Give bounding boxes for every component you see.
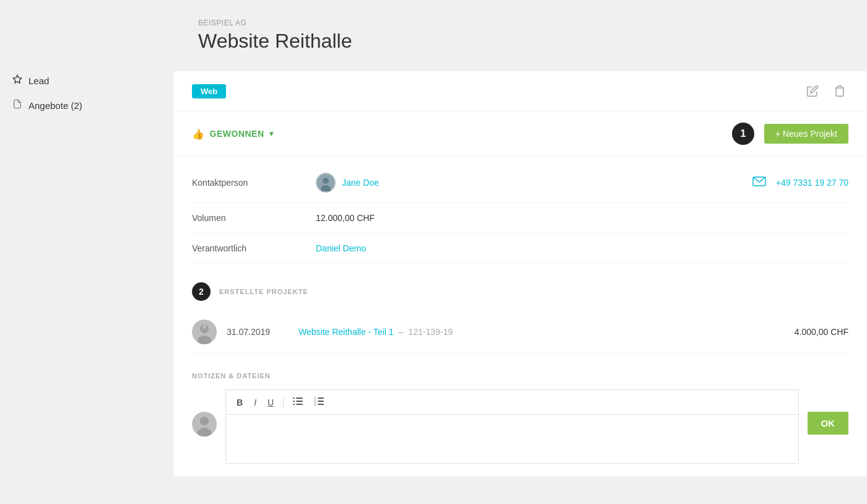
email-icon[interactable] <box>752 176 766 189</box>
phone-link[interactable]: +49 7331 19 27 70 <box>776 178 848 188</box>
status-bar: 👍 GEWONNEN ▾ 1 + Neues Projekt <box>173 111 867 157</box>
projects-section-label: ERSTELLTE PROJEKTE <box>219 288 308 295</box>
underline-button[interactable]: U <box>263 396 278 409</box>
page-title: Website Reithalle <box>198 30 842 53</box>
project-link[interactable]: Website Reithalle - Teil 1 <box>298 327 394 337</box>
thumbs-up-icon: 👍 <box>192 128 205 140</box>
value-volumen: 12.000,00 CHF <box>316 213 848 223</box>
svg-text:3.: 3. <box>314 402 316 406</box>
project-date: 31.07.2019 <box>227 327 289 337</box>
edit-button[interactable] <box>804 82 821 100</box>
status-bar-right: 1 + Neues Projekt <box>732 123 848 145</box>
details-section: Kontaktperson Jane Doe <box>173 157 867 270</box>
project-number: 121-139-19 <box>408 327 453 337</box>
label-verantwortlich: Verantwortlich <box>192 243 316 253</box>
detail-row-verantwortlich: Verantwortlich Daniel Demo <box>192 233 848 264</box>
project-avatar <box>192 319 217 344</box>
sidebar-item-angebote[interactable]: Angebote (2) <box>0 93 173 118</box>
contact-actions: +49 7331 19 27 70 <box>752 176 848 189</box>
volumen-amount: 12.000,00 CHF <box>316 213 375 223</box>
svg-rect-23 <box>318 404 324 405</box>
notes-input-area: B I U <box>192 389 848 464</box>
star-icon <box>12 74 22 87</box>
svg-marker-0 <box>13 75 21 83</box>
ordered-list-button[interactable]: 1. 2. 3. <box>310 395 328 409</box>
step-circle-1: 1 <box>732 123 754 145</box>
status-label: GEWONNEN <box>210 129 264 139</box>
svg-rect-16 <box>293 404 295 405</box>
sidebar-label-angebote: Angebote (2) <box>28 100 82 111</box>
value-verantwortlich: Daniel Demo <box>316 243 848 253</box>
project-row: 31.07.2019 Website Reithalle - Teil 1 – … <box>192 311 848 354</box>
new-project-button[interactable]: + Neues Projekt <box>764 124 848 144</box>
svg-point-2 <box>323 178 329 184</box>
label-volumen: Volumen <box>192 213 316 223</box>
detail-row-kontakt: Kontaktperson Jane Doe <box>192 163 848 203</box>
svg-rect-17 <box>296 404 303 405</box>
notes-section-label: NOTIZEN & DATEIEN <box>192 372 848 380</box>
step-circle-2: 2 <box>192 282 211 301</box>
detail-row-volumen: Volumen 12.000,00 CHF <box>192 203 848 233</box>
card-actions <box>804 82 848 100</box>
verantwortlich-name[interactable]: Daniel Demo <box>316 243 366 253</box>
svg-rect-13 <box>296 398 303 399</box>
italic-button[interactable]: I <box>250 396 261 409</box>
delete-button[interactable] <box>831 82 848 100</box>
contact-name[interactable]: Jane Doe <box>342 178 379 188</box>
chevron-down-icon: ▾ <box>269 129 274 138</box>
svg-rect-19 <box>318 398 324 399</box>
card-topbar: Web <box>173 71 867 111</box>
project-amount: 4.000,00 CHF <box>795 327 848 337</box>
notes-editor-body[interactable] <box>225 414 799 464</box>
status-won[interactable]: 👍 GEWONNEN ▾ <box>192 128 273 140</box>
toolbar-separator-1 <box>283 397 284 408</box>
notes-avatar <box>192 412 217 437</box>
company-label: BEISPIEL AG <box>198 19 842 27</box>
sidebar-item-lead[interactable]: Lead <box>0 68 173 93</box>
value-kontaktperson: Jane Doe <box>316 173 752 193</box>
project-name: Website Reithalle - Teil 1 – 121-139-19 <box>298 327 785 337</box>
web-badge: Web <box>192 84 226 98</box>
page-header: BEISPIEL AG Website Reithalle <box>173 19 867 71</box>
notes-editor: B I U <box>225 389 799 464</box>
editor-toolbar: B I U <box>225 389 799 414</box>
svg-rect-14 <box>293 401 295 402</box>
document-icon <box>12 99 22 111</box>
svg-rect-15 <box>296 401 303 402</box>
lead-card: Web 👍 GEWONNEN <box>173 71 867 476</box>
sidebar-label-lead: Lead <box>28 76 49 86</box>
ok-button[interactable]: OK <box>808 412 849 435</box>
svg-point-10 <box>200 417 209 425</box>
notes-section: NOTIZEN & DATEIEN B I U <box>173 360 867 476</box>
svg-point-8 <box>203 325 206 329</box>
svg-rect-12 <box>293 398 295 399</box>
contact-avatar <box>316 173 336 193</box>
sidebar: Lead Angebote (2) <box>0 0 173 504</box>
label-kontaktperson: Kontaktperson <box>192 178 316 188</box>
svg-rect-21 <box>318 401 324 402</box>
unordered-list-button[interactable] <box>289 395 307 409</box>
projects-section: 2 ERSTELLTE PROJEKTE 31.07.2019 Website … <box>173 270 867 360</box>
bold-button[interactable]: B <box>232 396 247 409</box>
main-content: BEISPIEL AG Website Reithalle Web <box>173 0 867 504</box>
